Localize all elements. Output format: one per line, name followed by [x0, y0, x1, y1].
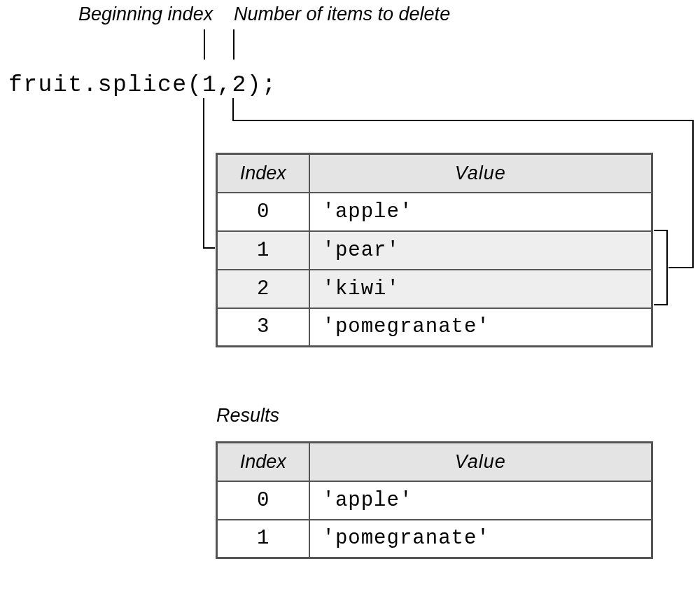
cell-index: 1 — [217, 231, 309, 270]
results-array-table: Index Value 0 'apple' 1 'pomegranate' — [216, 441, 653, 559]
table-header-row: Index Value — [217, 443, 652, 481]
table-row: 1 'pear' — [217, 231, 652, 270]
cell-value: 'apple' — [309, 193, 652, 231]
cell-index: 3 — [217, 308, 309, 347]
table-row: 0 'apple' — [217, 193, 652, 231]
results-label: Results — [216, 405, 279, 427]
table-row: 2 'kiwi' — [217, 270, 652, 308]
header-value: Value — [309, 443, 652, 481]
bracket-deleted-rows — [654, 230, 668, 305]
header-value: Value — [309, 154, 652, 193]
cell-index: 0 — [217, 193, 309, 231]
header-index: Index — [217, 154, 309, 193]
cell-value: 'pomegranate' — [309, 308, 652, 347]
cell-value: 'kiwi' — [309, 270, 652, 308]
header-index: Index — [217, 443, 309, 481]
original-array-table: Index Value 0 'apple' 1 'pear' 2 'kiwi' … — [216, 153, 653, 347]
cell-value: 'pear' — [309, 231, 652, 270]
cell-index: 0 — [217, 481, 309, 520]
table-header-row: Index Value — [217, 154, 652, 193]
cell-index: 2 — [217, 270, 309, 308]
table-row: 0 'apple' — [217, 481, 652, 520]
cell-index: 1 — [217, 520, 309, 558]
table-row: 3 'pomegranate' — [217, 308, 652, 347]
cell-value: 'apple' — [309, 481, 652, 520]
table-row: 1 'pomegranate' — [217, 520, 652, 558]
cell-value: 'pomegranate' — [309, 520, 652, 558]
